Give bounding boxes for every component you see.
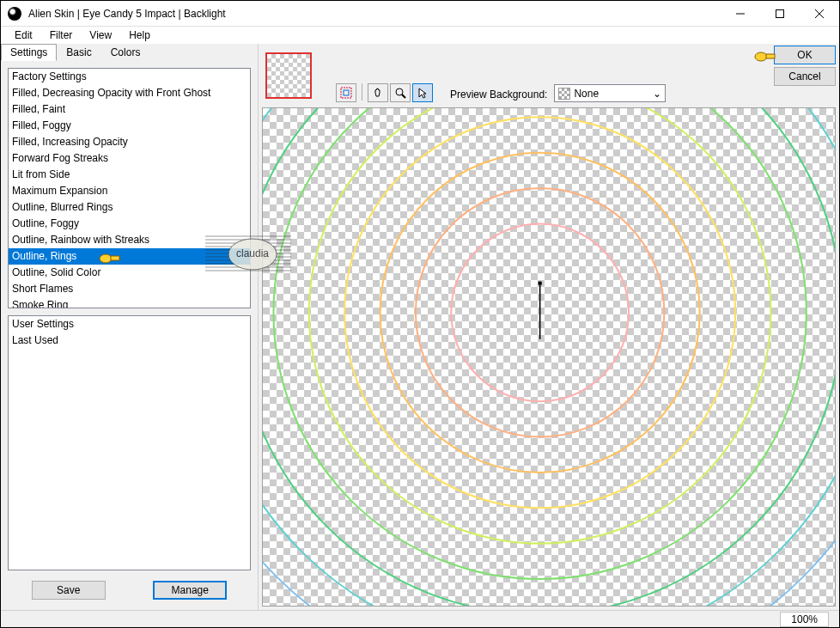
preview-bg-value: None [574, 88, 599, 100]
list-item[interactable]: Smoke Ring [9, 297, 250, 308]
preview-thumbnail[interactable] [265, 52, 312, 99]
zoom-tool-icon[interactable] [390, 83, 411, 102]
svg-rect-1 [776, 9, 784, 17]
action-buttons: OK Cancel [774, 46, 836, 86]
list-item[interactable]: Outline, Rings [9, 248, 250, 265]
list-item[interactable]: Outline, Solid Color [9, 265, 250, 281]
user-settings-list[interactable]: User Settings Last Used [8, 315, 251, 570]
window-controls [721, 1, 839, 26]
list-item[interactable]: Filled, Increasing Opacity [9, 134, 250, 150]
preview-bg-select[interactable]: None ⌄ [554, 84, 666, 102]
save-button[interactable]: Save [32, 581, 106, 600]
tabs: Settings Basic Colors [1, 44, 258, 61]
list-item[interactable]: Outline, Blurred Rings [9, 199, 250, 216]
menu-view[interactable]: View [82, 27, 119, 43]
svg-point-10 [396, 88, 403, 95]
pointer-hand-icon [97, 248, 121, 265]
menu-edit[interactable]: Edit [8, 27, 40, 43]
zoom-level[interactable]: 100% [780, 612, 829, 627]
list-item[interactable]: Lit from Side [9, 167, 250, 183]
list-item[interactable]: Maximum Expansion [9, 183, 250, 199]
marquee-tool-icon[interactable] [336, 83, 356, 102]
chevron-down-icon: ⌄ [653, 88, 661, 100]
maximize-button[interactable] [760, 1, 800, 26]
menu-filter[interactable]: Filter [43, 27, 80, 43]
ok-button[interactable]: OK [774, 46, 836, 64]
factory-header: Factory Settings [9, 69, 250, 85]
list-item[interactable]: Outline, Foggy [9, 216, 250, 232]
list-item[interactable]: Filled, Faint [9, 101, 250, 118]
cancel-button[interactable]: Cancel [774, 67, 836, 86]
list-item[interactable]: Last Used [9, 332, 250, 349]
menu-help[interactable]: Help [122, 27, 157, 43]
app-icon [8, 7, 21, 21]
svg-line-11 [402, 95, 405, 98]
list-item[interactable]: Filled, Decreasing Opacity with Front Gh… [9, 85, 250, 101]
svg-rect-8 [341, 88, 351, 98]
list-item[interactable]: Forward Fog Streaks [9, 150, 250, 167]
tab-colors[interactable]: Colors [101, 44, 150, 61]
close-button[interactable] [800, 1, 839, 26]
pointer-tool-icon[interactable] [412, 83, 433, 102]
manage-button[interactable]: Manage [153, 581, 227, 600]
svg-point-4 [100, 254, 112, 263]
toolbar: Preview Background: None ⌄ [259, 44, 839, 107]
content: Settings Basic Colors Factory Settings F… [1, 44, 839, 610]
window-title: Alien Skin | Eye Candy 5 Impact | Backli… [28, 8, 721, 20]
settings-panel: Factory Settings Filled, Decreasing Opac… [1, 61, 258, 610]
titlebar: Alien Skin | Eye Candy 5 Impact | Backli… [1, 1, 839, 27]
list-item[interactable]: Short Flames [9, 281, 250, 297]
svg-rect-21 [539, 282, 542, 285]
menubar: Edit Filter View Help [1, 27, 839, 44]
svg-rect-5 [111, 256, 119, 260]
swatch-icon [558, 88, 570, 100]
preview-canvas[interactable] [262, 107, 836, 607]
tab-settings[interactable]: Settings [1, 44, 57, 61]
list-item[interactable]: Outline, Rainbow with Streaks [9, 232, 250, 248]
ok-label: OK [797, 49, 812, 61]
factory-settings-list[interactable]: Factory Settings Filled, Decreasing Opac… [8, 68, 251, 308]
bottom-buttons: Save Manage [8, 577, 251, 603]
right-panel: OK Cancel Preview Background: None ⌄ [259, 44, 839, 610]
separator [362, 83, 362, 101]
statusbar: 100% [1, 610, 839, 627]
left-panel: Settings Basic Colors Factory Settings F… [1, 44, 259, 610]
user-header: User Settings [9, 316, 250, 332]
minimize-button[interactable] [721, 1, 760, 26]
svg-rect-9 [344, 90, 349, 95]
list-item[interactable]: Filled, Foggy [9, 118, 250, 134]
tab-basic[interactable]: Basic [57, 44, 100, 61]
tool-buttons [336, 83, 433, 102]
preview-bg-label: Preview Background: [450, 88, 547, 101]
hand-tool-icon[interactable] [368, 83, 388, 102]
